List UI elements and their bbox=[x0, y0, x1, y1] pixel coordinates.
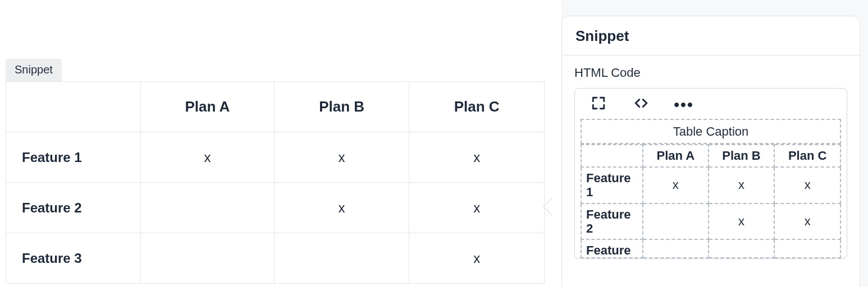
row-header: Feature 2 bbox=[6, 183, 141, 233]
html-code-label: HTML Code bbox=[574, 66, 847, 80]
table-cell bbox=[274, 233, 409, 284]
table-cell: x bbox=[274, 183, 409, 233]
table-header-row: Plan A Plan B Plan C bbox=[6, 82, 545, 132]
expand-icon[interactable] bbox=[588, 94, 609, 112]
table-corner-cell[interactable] bbox=[581, 145, 643, 167]
more-icon[interactable]: ••• bbox=[674, 94, 694, 112]
row-header[interactable]: Feature 1 bbox=[581, 167, 643, 203]
table-cell[interactable]: x bbox=[774, 167, 840, 203]
preview-pane: Snippet Plan A Plan B Plan C Feature 1 x… bbox=[6, 59, 545, 284]
table-cell[interactable]: x bbox=[709, 203, 775, 240]
row-header: Feature 3 bbox=[6, 233, 141, 284]
table-cell bbox=[141, 233, 275, 284]
column-header: Plan C bbox=[409, 82, 545, 132]
html-editor: ••• Table Caption Plan A Plan B Plan C bbox=[574, 88, 847, 259]
column-header: Plan B bbox=[274, 82, 409, 132]
table-cell bbox=[141, 183, 275, 233]
table-header-row[interactable]: Plan A Plan B Plan C bbox=[581, 145, 840, 167]
table-corner-cell bbox=[6, 82, 141, 132]
editor-canvas[interactable]: Table Caption Plan A Plan B Plan C bbox=[575, 117, 847, 258]
table-cell[interactable]: x bbox=[774, 203, 840, 240]
table-cell: x bbox=[409, 132, 545, 183]
row-header[interactable]: Feature bbox=[581, 239, 643, 258]
table-row[interactable]: Feature bbox=[581, 239, 840, 258]
snippet-tab[interactable]: Snippet bbox=[6, 59, 62, 81]
table-cell: x bbox=[409, 233, 545, 284]
table-cell[interactable]: x bbox=[643, 167, 709, 203]
table-row[interactable]: Feature 2 x x bbox=[581, 203, 840, 240]
panel-header: Snippet bbox=[562, 16, 860, 55]
row-header[interactable]: Feature 2 bbox=[581, 203, 643, 240]
table-cell: x bbox=[274, 132, 409, 183]
table-cell[interactable] bbox=[643, 203, 709, 240]
column-header[interactable]: Plan B bbox=[709, 145, 775, 167]
editor-table[interactable]: Table Caption Plan A Plan B Plan C bbox=[581, 119, 841, 258]
table-row: Feature 1 x x x bbox=[6, 132, 545, 183]
table-row[interactable]: Feature 1 x x x bbox=[581, 167, 840, 203]
editor-toolbar: ••• bbox=[575, 89, 847, 117]
callout-arrow-icon bbox=[543, 198, 552, 216]
code-icon[interactable] bbox=[631, 94, 651, 112]
table-row: Feature 3 x bbox=[6, 233, 545, 284]
table-row: Feature 2 x x bbox=[6, 183, 545, 233]
column-header[interactable]: Plan A bbox=[643, 145, 709, 167]
panel-title: Snippet bbox=[575, 27, 846, 45]
editor-table-caption[interactable]: Table Caption bbox=[581, 119, 841, 144]
table-cell[interactable] bbox=[643, 239, 709, 258]
table-cell[interactable]: x bbox=[709, 167, 775, 203]
table-cell[interactable] bbox=[774, 239, 840, 258]
row-header: Feature 1 bbox=[6, 132, 141, 183]
snippet-panel: Snippet HTML Code bbox=[561, 16, 860, 287]
panel-body: HTML Code bbox=[562, 55, 860, 259]
table-cell[interactable] bbox=[709, 239, 775, 258]
column-header[interactable]: Plan C bbox=[774, 145, 840, 167]
feature-plan-table: Plan A Plan B Plan C Feature 1 x x x Fea… bbox=[6, 81, 545, 284]
table-cell: x bbox=[141, 132, 275, 183]
column-header: Plan A bbox=[141, 82, 275, 132]
table-cell: x bbox=[409, 183, 545, 233]
side-panel-backdrop: Snippet HTML Code bbox=[561, 0, 868, 287]
